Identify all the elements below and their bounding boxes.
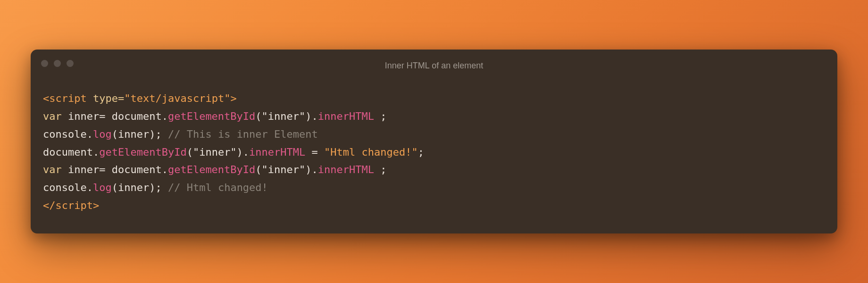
code-line-3: console.log(inner); // This is inner Ele… — [43, 128, 318, 140]
traffic-light-minimize[interactable] — [54, 60, 61, 67]
code-line-6: console.log(inner); // Html changed! — [43, 182, 268, 193]
traffic-light-zoom[interactable] — [67, 60, 74, 67]
code-line-2: var inner= document.getElementById("inne… — [43, 110, 387, 122]
traffic-lights — [41, 60, 74, 67]
code-editor[interactable]: <script type="text/javascript"> var inne… — [31, 73, 837, 233]
code-window: Inner HTML of an element <script type="t… — [31, 50, 837, 233]
window-titlebar: Inner HTML of an element — [31, 50, 837, 73]
traffic-light-close[interactable] — [41, 60, 48, 67]
code-line-7: </script> — [43, 200, 99, 211]
code-line-5: var inner= document.getElementById("inne… — [43, 164, 387, 175]
code-line-1: <script type="text/javascript"> — [43, 92, 237, 104]
window-title: Inner HTML of an element — [40, 61, 828, 71]
code-line-4: document.getElementById("inner").innerHT… — [43, 146, 424, 158]
